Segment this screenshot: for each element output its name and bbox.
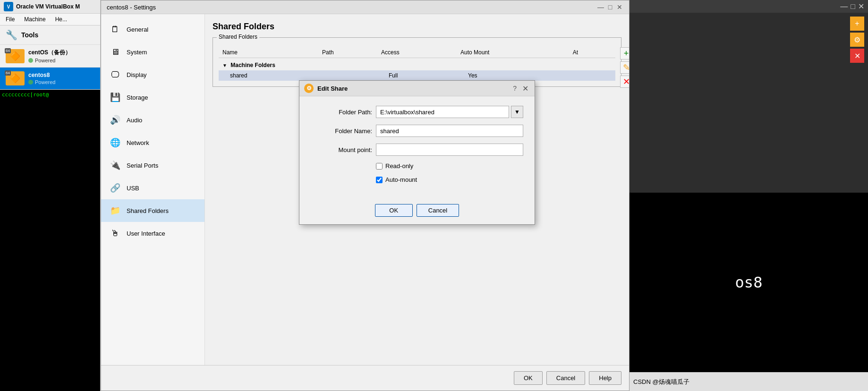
dialog-controls: ? ✕	[513, 84, 530, 93]
mount-point-row: Mount point:	[311, 144, 523, 156]
dialog-cancel-button[interactable]: Cancel	[417, 204, 459, 217]
usb-icon: 🔗	[109, 181, 122, 195]
dialog-title-left: ⚙ Edit Share	[304, 84, 348, 93]
folder-path-row: Folder Path: ▼	[311, 106, 523, 118]
vm-item-centos8[interactable]: 64 🔶 centos8 Powered	[0, 68, 100, 90]
settings-maximize-button[interactable]: □	[606, 3, 614, 11]
folder-name-label: Folder Name:	[311, 128, 372, 135]
sidebar-item-user-interface[interactable]: 🖱 User Interface	[101, 222, 204, 245]
display-icon: 🖵	[109, 68, 122, 81]
vbox-menu: File Machine He...	[0, 14, 100, 26]
folder-name-input-wrap	[376, 125, 523, 137]
mount-point-input[interactable]	[376, 144, 523, 156]
tools-icon: 🔧	[6, 29, 17, 41]
mount-point-label: Mount point:	[311, 146, 372, 153]
readonly-row: Read-only	[311, 162, 523, 170]
folder-path-input-wrap: ▼	[376, 106, 523, 118]
vm-status-centos: Powered	[28, 58, 71, 63]
sidebar-label-network: Network	[127, 139, 149, 146]
system-icon: 🖥	[109, 45, 122, 59]
folder-path-input[interactable]	[376, 106, 509, 118]
terminal-section: ccccccccc[root@	[0, 90, 100, 391]
sidebar-item-storage[interactable]: 💾 Storage	[101, 86, 204, 109]
dialog-footer: OK Cancel	[299, 199, 535, 224]
vbox-title: Oracle VM VirtualBox M	[16, 3, 80, 10]
vm-thumb-centos8: 64 🔶	[6, 71, 25, 85]
vm-item-centos[interactable]: 64 🔶 centOS（备份） Powered	[0, 45, 100, 68]
settings-cancel-button[interactable]: Cancel	[546, 371, 585, 385]
menu-help[interactable]: He...	[53, 15, 69, 24]
settings-title-left: centos8 - Settings	[107, 4, 156, 11]
user-interface-icon: 🖱	[109, 227, 122, 240]
audio-icon: 🔊	[109, 113, 122, 127]
vm-name-centos: centOS（备份）	[28, 49, 71, 57]
settings-sidebar: 🗒 General 🖥 System 🖵 Display 💾 Storage 🔊…	[101, 14, 205, 365]
settings-close-button[interactable]: ✕	[616, 3, 623, 11]
sidebar-label-user-interface: User Interface	[127, 230, 165, 237]
readonly-label[interactable]: Read-only	[385, 162, 413, 170]
automount-checkbox[interactable]	[376, 177, 383, 183]
dialog-close-button[interactable]: ✕	[520, 84, 530, 93]
settings-title-text: centos8 - Settings	[107, 4, 156, 11]
folder-path-label: Folder Path:	[311, 109, 372, 116]
vm-display-text: os8	[735, 273, 763, 291]
status-dot-centos8	[28, 80, 33, 85]
vm-info-centos: centOS（备份） Powered	[28, 49, 71, 63]
sidebar-item-serial-ports[interactable]: 🔌 Serial Ports	[101, 154, 204, 177]
menu-file[interactable]: File	[4, 15, 17, 24]
dialog-overlay: ⚙ Edit Share ? ✕ Folder Path:	[205, 14, 629, 365]
sidebar-label-system: System	[127, 49, 147, 56]
settings-ok-button[interactable]: OK	[514, 371, 543, 385]
vm-info-centos8: centos8 Powered	[28, 72, 55, 85]
right-close-button[interactable]: ✕	[858, 2, 864, 11]
sidebar-item-usb[interactable]: 🔗 USB	[101, 177, 204, 199]
csdn-text: CSDN @炀魂喵瓜子	[633, 378, 689, 386]
tools-label: Tools	[21, 31, 38, 39]
dialog-titlebar: ⚙ Edit Share ? ✕	[299, 81, 535, 96]
readonly-checkbox[interactable]	[376, 163, 383, 170]
network-icon: 🌐	[109, 136, 122, 149]
menu-machine[interactable]: Machine	[22, 15, 47, 24]
folder-path-dropdown-button[interactable]: ▼	[511, 106, 523, 118]
serial-ports-icon: 🔌	[109, 159, 122, 172]
vbox-manager-panel: V Oracle VM VirtualBox M File Machine He…	[0, 0, 101, 391]
settings-minimize-button[interactable]: —	[597, 3, 604, 11]
settings-window: centos8 - Settings — □ ✕ 🗒 General 🖥 Sys…	[101, 0, 630, 391]
dialog-logo-icon: ⚙	[304, 84, 314, 93]
sidebar-item-system[interactable]: 🖥 System	[101, 41, 204, 63]
shared-folders-icon: 📁	[109, 204, 122, 217]
settings-vm-button[interactable]: ⚙	[850, 33, 864, 47]
sidebar-item-network[interactable]: 🌐 Network	[101, 131, 204, 154]
sidebar-label-display: Display	[127, 71, 147, 78]
right-toolbar: + ⚙ ✕	[846, 13, 868, 67]
sidebar-item-audio[interactable]: 🔊 Audio	[101, 109, 204, 131]
settings-body: 🗒 General 🖥 System 🖵 Display 💾 Storage 🔊…	[101, 14, 629, 365]
dialog-ok-button[interactable]: OK	[375, 204, 413, 217]
right-maximize-button[interactable]: □	[851, 2, 855, 11]
dialog-help-icon[interactable]: ?	[513, 85, 517, 92]
dialog-title-text: Edit Share	[317, 85, 348, 92]
folder-name-input[interactable]	[376, 125, 523, 137]
mount-point-input-wrap	[376, 144, 523, 156]
vm-name-centos8: centos8	[28, 72, 55, 78]
folder-name-row: Folder Name:	[311, 125, 523, 137]
sidebar-item-display[interactable]: 🖵 Display	[101, 63, 204, 86]
settings-titlebar: centos8 - Settings — □ ✕	[101, 0, 629, 14]
sidebar-label-serial-ports: Serial Ports	[127, 162, 158, 169]
vbox-titlebar: V Oracle VM VirtualBox M	[0, 0, 100, 14]
vm-badge-centos: 64	[5, 48, 11, 53]
automount-label[interactable]: Auto-mount	[385, 176, 417, 183]
automount-row: Auto-mount	[311, 176, 523, 183]
vbox-logo: V	[4, 2, 13, 11]
vm-status-centos8: Powered	[28, 79, 55, 85]
status-dot-centos	[28, 58, 33, 63]
delete-vm-button[interactable]: ✕	[850, 49, 864, 63]
edit-share-dialog: ⚙ Edit Share ? ✕ Folder Path:	[299, 80, 535, 225]
right-minimize-button[interactable]: —	[840, 2, 848, 11]
settings-help-button[interactable]: Help	[589, 371, 621, 385]
add-vm-button[interactable]: +	[850, 17, 864, 31]
sidebar-item-shared-folders[interactable]: 📁 Shared Folders	[101, 199, 204, 222]
sidebar-label-usb: USB	[127, 185, 139, 192]
right-titlebar: — □ ✕	[630, 0, 868, 13]
sidebar-item-general[interactable]: 🗒 General	[101, 18, 204, 41]
